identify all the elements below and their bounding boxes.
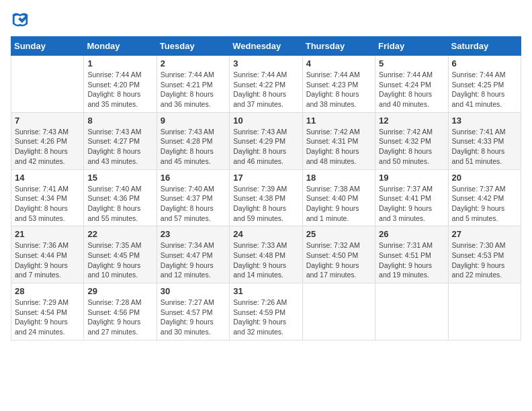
day-number: 24 xyxy=(233,229,298,239)
cell-content: Sunrise: 7:31 AMSunset: 4:51 PMDaylight:… xyxy=(379,240,444,280)
day-number: 25 xyxy=(306,229,371,239)
calendar-cell: 24Sunrise: 7:33 AMSunset: 4:48 PMDayligh… xyxy=(230,226,302,283)
cell-content: Sunrise: 7:43 AMSunset: 4:27 PMDaylight:… xyxy=(87,127,152,167)
day-number: 11 xyxy=(306,116,371,126)
weekday-header-tuesday: Tuesday xyxy=(157,37,229,56)
cell-content: Sunrise: 7:44 AMSunset: 4:23 PMDaylight:… xyxy=(306,70,371,109)
cell-content: Sunrise: 7:30 AMSunset: 4:53 PMDaylight:… xyxy=(452,240,517,280)
day-number: 12 xyxy=(379,116,444,126)
cell-content: Sunrise: 7:28 AMSunset: 4:56 PMDaylight:… xyxy=(87,298,152,337)
calendar-cell: 22Sunrise: 7:35 AMSunset: 4:45 PMDayligh… xyxy=(84,226,157,283)
day-number: 31 xyxy=(233,286,298,296)
weekday-header-monday: Monday xyxy=(84,37,157,56)
cell-content: Sunrise: 7:44 AMSunset: 4:21 PMDaylight:… xyxy=(161,70,226,109)
day-number: 8 xyxy=(87,116,152,126)
calendar-cell: 5Sunrise: 7:44 AMSunset: 4:24 PMDaylight… xyxy=(375,56,448,113)
day-number: 1 xyxy=(87,58,152,68)
day-number: 6 xyxy=(452,58,517,68)
day-number: 26 xyxy=(379,229,444,239)
cell-content: Sunrise: 7:37 AMSunset: 4:42 PMDaylight:… xyxy=(452,184,517,224)
day-number: 28 xyxy=(15,286,80,296)
day-number: 23 xyxy=(161,229,226,239)
day-number: 19 xyxy=(379,173,444,183)
calendar-cell xyxy=(448,283,521,340)
calendar-cell: 12Sunrise: 7:42 AMSunset: 4:32 PMDayligh… xyxy=(375,112,448,169)
weekday-header-sunday: Sunday xyxy=(11,37,84,56)
calendar-cell: 27Sunrise: 7:30 AMSunset: 4:53 PMDayligh… xyxy=(448,226,521,283)
cell-content: Sunrise: 7:38 AMSunset: 4:40 PMDaylight:… xyxy=(306,184,371,224)
day-number: 15 xyxy=(87,173,152,183)
cell-content: Sunrise: 7:43 AMSunset: 4:28 PMDaylight:… xyxy=(161,127,226,167)
cell-content: Sunrise: 7:27 AMSunset: 4:57 PMDaylight:… xyxy=(161,298,226,337)
calendar-cell: 29Sunrise: 7:28 AMSunset: 4:56 PMDayligh… xyxy=(84,283,157,340)
day-number: 7 xyxy=(15,116,80,126)
weekday-header-row: SundayMondayTuesdayWednesdayThursdayFrid… xyxy=(11,37,521,56)
calendar-cell: 8Sunrise: 7:43 AMSunset: 4:27 PMDaylight… xyxy=(84,112,157,169)
calendar-cell: 1Sunrise: 7:44 AMSunset: 4:20 PMDaylight… xyxy=(84,56,157,113)
calendar-cell: 13Sunrise: 7:41 AMSunset: 4:33 PMDayligh… xyxy=(448,112,521,169)
day-number: 16 xyxy=(161,173,226,183)
calendar-cell: 17Sunrise: 7:39 AMSunset: 4:38 PMDayligh… xyxy=(230,169,302,226)
cell-content: Sunrise: 7:35 AMSunset: 4:45 PMDaylight:… xyxy=(87,240,152,280)
logo xyxy=(11,11,32,30)
calendar-cell: 11Sunrise: 7:42 AMSunset: 4:31 PMDayligh… xyxy=(302,112,375,169)
logo-icon xyxy=(11,11,30,30)
calendar-cell: 6Sunrise: 7:44 AMSunset: 4:25 PMDaylight… xyxy=(448,56,521,113)
day-number: 14 xyxy=(15,173,80,183)
calendar-cell: 16Sunrise: 7:40 AMSunset: 4:37 PMDayligh… xyxy=(157,169,229,226)
day-number: 21 xyxy=(15,229,80,239)
calendar-cell: 30Sunrise: 7:27 AMSunset: 4:57 PMDayligh… xyxy=(157,283,229,340)
cell-content: Sunrise: 7:43 AMSunset: 4:26 PMDaylight:… xyxy=(15,127,80,167)
weekday-header-thursday: Thursday xyxy=(302,37,375,56)
cell-content: Sunrise: 7:33 AMSunset: 4:48 PMDaylight:… xyxy=(233,240,298,280)
cell-content: Sunrise: 7:26 AMSunset: 4:59 PMDaylight:… xyxy=(233,298,298,337)
day-number: 2 xyxy=(161,58,226,68)
calendar-cell xyxy=(11,56,84,113)
calendar: SundayMondayTuesdayWednesdayThursdayFrid… xyxy=(11,36,521,340)
day-number: 20 xyxy=(452,173,517,183)
day-number: 10 xyxy=(233,116,298,126)
calendar-cell: 31Sunrise: 7:26 AMSunset: 4:59 PMDayligh… xyxy=(230,283,302,340)
cell-content: Sunrise: 7:37 AMSunset: 4:41 PMDaylight:… xyxy=(379,184,444,224)
day-number: 22 xyxy=(87,229,152,239)
calendar-cell: 18Sunrise: 7:38 AMSunset: 4:40 PMDayligh… xyxy=(302,169,375,226)
day-number: 29 xyxy=(87,286,152,296)
day-number: 30 xyxy=(161,286,226,296)
cell-content: Sunrise: 7:42 AMSunset: 4:31 PMDaylight:… xyxy=(306,127,371,167)
cell-content: Sunrise: 7:29 AMSunset: 4:54 PMDaylight:… xyxy=(15,298,80,337)
header xyxy=(11,11,521,30)
weekday-header-saturday: Saturday xyxy=(448,37,521,56)
cell-content: Sunrise: 7:34 AMSunset: 4:47 PMDaylight:… xyxy=(161,240,226,280)
cell-content: Sunrise: 7:41 AMSunset: 4:33 PMDaylight:… xyxy=(452,127,517,167)
day-number: 17 xyxy=(233,173,298,183)
calendar-cell: 19Sunrise: 7:37 AMSunset: 4:41 PMDayligh… xyxy=(375,169,448,226)
calendar-cell: 15Sunrise: 7:40 AMSunset: 4:36 PMDayligh… xyxy=(84,169,157,226)
cell-content: Sunrise: 7:44 AMSunset: 4:20 PMDaylight:… xyxy=(87,70,152,109)
week-row-4: 21Sunrise: 7:36 AMSunset: 4:44 PMDayligh… xyxy=(11,226,521,283)
cell-content: Sunrise: 7:40 AMSunset: 4:36 PMDaylight:… xyxy=(87,184,152,224)
calendar-cell: 25Sunrise: 7:32 AMSunset: 4:50 PMDayligh… xyxy=(302,226,375,283)
cell-content: Sunrise: 7:40 AMSunset: 4:37 PMDaylight:… xyxy=(161,184,226,224)
cell-content: Sunrise: 7:43 AMSunset: 4:29 PMDaylight:… xyxy=(233,127,298,167)
calendar-cell: 7Sunrise: 7:43 AMSunset: 4:26 PMDaylight… xyxy=(11,112,84,169)
calendar-cell: 10Sunrise: 7:43 AMSunset: 4:29 PMDayligh… xyxy=(230,112,302,169)
calendar-cell xyxy=(302,283,375,340)
week-row-5: 28Sunrise: 7:29 AMSunset: 4:54 PMDayligh… xyxy=(11,283,521,340)
calendar-cell: 3Sunrise: 7:44 AMSunset: 4:22 PMDaylight… xyxy=(230,56,302,113)
calendar-cell: 14Sunrise: 7:41 AMSunset: 4:34 PMDayligh… xyxy=(11,169,84,226)
calendar-cell: 26Sunrise: 7:31 AMSunset: 4:51 PMDayligh… xyxy=(375,226,448,283)
day-number: 3 xyxy=(233,58,298,68)
calendar-cell: 28Sunrise: 7:29 AMSunset: 4:54 PMDayligh… xyxy=(11,283,84,340)
day-number: 9 xyxy=(161,116,226,126)
day-number: 5 xyxy=(379,58,444,68)
cell-content: Sunrise: 7:32 AMSunset: 4:50 PMDaylight:… xyxy=(306,240,371,280)
calendar-cell: 21Sunrise: 7:36 AMSunset: 4:44 PMDayligh… xyxy=(11,226,84,283)
day-number: 27 xyxy=(452,229,517,239)
cell-content: Sunrise: 7:44 AMSunset: 4:25 PMDaylight:… xyxy=(452,70,517,109)
cell-content: Sunrise: 7:41 AMSunset: 4:34 PMDaylight:… xyxy=(15,184,80,224)
weekday-header-wednesday: Wednesday xyxy=(230,37,302,56)
calendar-cell: 4Sunrise: 7:44 AMSunset: 4:23 PMDaylight… xyxy=(302,56,375,113)
week-row-1: 1Sunrise: 7:44 AMSunset: 4:20 PMDaylight… xyxy=(11,56,521,113)
day-number: 18 xyxy=(306,173,371,183)
day-number: 13 xyxy=(452,116,517,126)
